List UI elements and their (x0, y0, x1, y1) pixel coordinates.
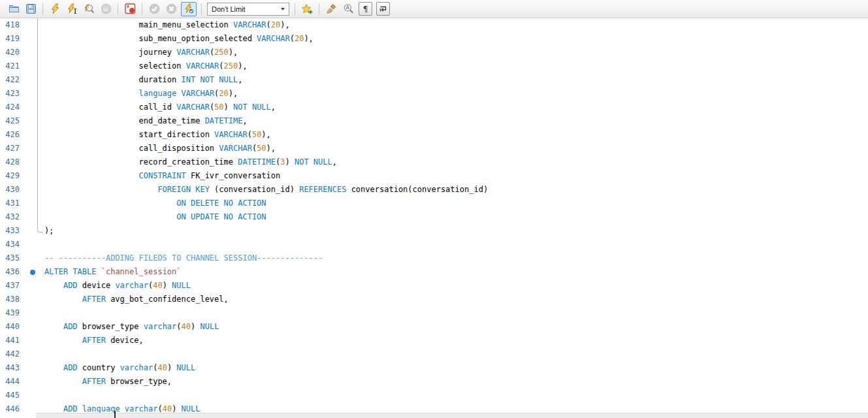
star-plus-icon (301, 3, 313, 14)
line-number: 418 (0, 18, 20, 32)
limit-rows-dropdown[interactable]: Don't Limit (207, 3, 289, 16)
code-text: record_creation_time DATETIME(3) NOT NUL… (38, 155, 337, 169)
find-button[interactable]: A (341, 2, 355, 16)
line-number: 438 (0, 293, 20, 306)
line-number: 430 (0, 183, 20, 197)
code-line[interactable]: 439 (0, 306, 868, 320)
statement-marker-dot (30, 270, 35, 275)
code-line[interactable]: 440 ADD browser_type varchar(40) NULL (0, 320, 868, 334)
code-line[interactable]: 434 (0, 238, 868, 251)
code-text: AFTER device, (38, 334, 144, 347)
gutter-margin (20, 389, 38, 402)
code-text: FOREIGN KEY (conversation_id) REFERENCES… (38, 183, 488, 197)
code-line[interactable]: 420 journey VARCHAR(250), (0, 46, 868, 59)
code-text: selection VARCHAR(250), (38, 59, 248, 73)
code-line[interactable]: 438 AFTER avg_bot_confidence_level, (0, 293, 868, 306)
line-number: 419 (0, 32, 20, 46)
explain-magnifier-lightning-icon (83, 3, 95, 14)
gutter-margin (20, 73, 38, 87)
code-rows: 418 main_menu_selection VARCHAR(20),419 … (0, 18, 868, 416)
code-line[interactable]: 435-- ----------ADDING FILEDS TO CHANNEL… (0, 251, 868, 265)
code-line[interactable]: 425 end_date_time DATETIME, (0, 114, 868, 128)
code-text: ADD browser_type varchar(40) NULL (38, 320, 219, 334)
code-text: language VARCHAR(20), (38, 87, 238, 101)
code-line[interactable]: 445 (0, 389, 868, 402)
save-script-button[interactable] (24, 2, 38, 16)
code-line[interactable]: 431 ON DELETE NO ACTION (0, 197, 868, 210)
sql-code-editor[interactable]: 418 main_menu_selection VARCHAR(20),419 … (0, 18, 868, 418)
code-line[interactable]: 427 call_disposition VARCHAR(50), (0, 142, 868, 155)
gutter-margin (20, 361, 38, 375)
code-line[interactable]: 436ALTER TABLE `channel_session` (0, 265, 868, 279)
line-number: 439 (0, 306, 20, 320)
code-text (38, 389, 44, 402)
code-line[interactable]: 442 (0, 347, 868, 361)
code-line[interactable]: 421 selection VARCHAR(250), (0, 59, 868, 73)
horizontal-scrollbar[interactable] (36, 413, 868, 418)
line-number: 431 (0, 197, 20, 210)
code-line[interactable]: 437 ADD device varchar(40) NULL (0, 279, 868, 293)
line-number: 428 (0, 155, 20, 169)
gutter-margin (20, 293, 38, 306)
code-line[interactable]: 441 AFTER device, (0, 334, 868, 347)
autocommit-toggle-button[interactable] (181, 2, 197, 16)
line-number: 434 (0, 238, 20, 251)
find-magnifier-icon: A (343, 3, 354, 14)
line-number: 422 (0, 73, 20, 87)
code-line[interactable]: 443 ADD country varchar(40) NULL (0, 361, 868, 375)
code-line[interactable]: 430 FOREIGN KEY (conversation_id) REFERE… (0, 183, 868, 197)
line-number: 429 (0, 169, 20, 183)
save-snippet-button[interactable] (300, 2, 314, 16)
rollback-button (164, 2, 178, 16)
stop-on-error-toggle-button[interactable] (123, 2, 137, 16)
show-invisibles-toggle-button[interactable]: ¶ (359, 2, 372, 16)
code-text: journey VARCHAR(250), (38, 46, 238, 59)
code-line[interactable]: 418 main_menu_selection VARCHAR(20), (0, 18, 868, 32)
code-line[interactable]: 424 call_id VARCHAR(50) NOT NULL, (0, 101, 868, 114)
code-text: call_disposition VARCHAR(50), (38, 142, 276, 155)
beautify-button[interactable] (324, 2, 338, 16)
code-line[interactable]: 433); (0, 224, 868, 238)
text-caret (114, 411, 116, 418)
code-text: start_direction VARCHAR(50), (38, 128, 271, 142)
explain-plan-button[interactable] (82, 2, 96, 16)
line-number: 421 (0, 59, 20, 73)
gutter-margin (20, 306, 38, 320)
code-line[interactable]: 422 duration INT NOT NULL, (0, 73, 868, 87)
execute-current-statement-icon (67, 3, 78, 14)
chevron-down-icon (281, 8, 285, 10)
execute-lightning-icon (50, 3, 61, 14)
open-script-button[interactable] (7, 2, 21, 16)
code-line[interactable]: 428 record_creation_time DATETIME(3) NOT… (0, 155, 868, 169)
commit-check-icon (149, 3, 160, 14)
stop-button (99, 2, 113, 16)
line-number: 424 (0, 101, 20, 114)
code-line[interactable]: 432 ON UPDATE NO ACTION (0, 210, 868, 224)
code-text: call_id VARCHAR(50) NOT NULL, (38, 101, 276, 114)
broom-icon (326, 3, 337, 14)
svg-text:A: A (346, 5, 349, 10)
gutter-margin (20, 183, 38, 197)
code-text: AFTER avg_bot_confidence_level, (38, 293, 229, 306)
gutter-margin (20, 128, 38, 142)
svg-text:¶: ¶ (363, 5, 368, 13)
gutter-margin (20, 87, 38, 101)
line-number: 446 (0, 402, 20, 416)
code-text: ADD device varchar(40) NULL (38, 279, 191, 293)
gutter-margin (20, 59, 38, 73)
stop-hand-icon (101, 3, 112, 14)
code-line[interactable]: 419 sub_menu_option_selected VARCHAR(20)… (0, 32, 868, 46)
code-text: CONSTRAINT FK_ivr_conversation (38, 169, 280, 183)
gutter-margin (20, 32, 38, 46)
wrap-text-toggle-button[interactable] (376, 2, 390, 16)
code-text: duration INT NOT NULL, (38, 73, 242, 87)
line-number: 433 (0, 224, 20, 238)
code-line[interactable]: 426 start_direction VARCHAR(50), (0, 128, 868, 142)
code-text: main_menu_selection VARCHAR(20), (38, 18, 290, 32)
code-text: AFTER browser_type, (38, 375, 172, 389)
execute-button[interactable] (48, 2, 62, 16)
code-line[interactable]: 444 AFTER browser_type, (0, 375, 868, 389)
execute-current-statement-button[interactable] (65, 2, 79, 16)
code-line[interactable]: 429 CONSTRAINT FK_ivr_conversation (0, 169, 868, 183)
code-line[interactable]: 423 language VARCHAR(20), (0, 87, 868, 101)
